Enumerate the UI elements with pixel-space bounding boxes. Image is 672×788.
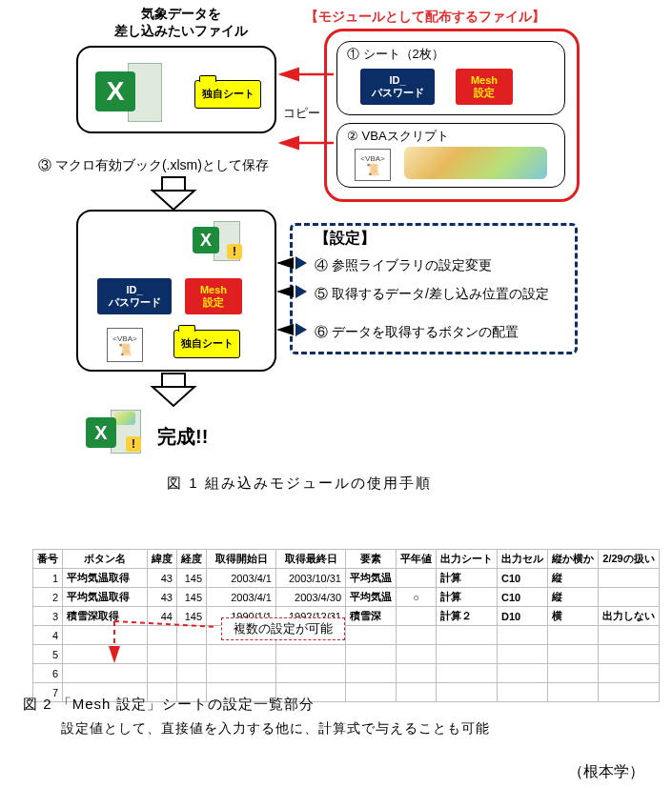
cell (548, 645, 599, 664)
step-5: ⑤ 取得するデータ/差し込み位置の設定 (315, 286, 549, 303)
sheets-group-label: ① シート（2枚） (347, 46, 444, 63)
cell (346, 664, 397, 683)
cell (548, 664, 599, 683)
cell (599, 588, 660, 607)
step-6: ⑥ データを取得するボタンの配置 (315, 324, 519, 341)
cell (397, 683, 437, 702)
cell (276, 645, 346, 664)
th-normal: 平年値 (397, 550, 437, 569)
cell: 積雪深取得 (63, 607, 148, 626)
cell: 平均気温 (346, 588, 397, 607)
th-no: 番号 (33, 550, 63, 569)
cell: 6 (33, 664, 63, 683)
cell (498, 664, 548, 683)
cell: ○ (397, 588, 437, 607)
th-sheet: 出力シート (437, 550, 498, 569)
cell (548, 626, 599, 645)
th-lat: 緯度 (148, 550, 177, 569)
cell (63, 645, 148, 664)
cell (599, 683, 660, 702)
merged-file-box: X ! ID_ パスワード Mesh 設定 <VBA> 📜 独自シート (76, 210, 276, 372)
cell: 2003/10/31 (276, 569, 346, 588)
table-row: 6 (33, 664, 660, 683)
cell: 43 (148, 569, 177, 588)
multi-settings-note: 複数の設定が可能 (221, 617, 345, 640)
cell: 2003/4/1 (207, 569, 276, 588)
title-line-1: 気象データを (95, 6, 267, 23)
cell (599, 569, 660, 588)
cell (207, 645, 276, 664)
cell: 4 (33, 626, 63, 645)
svg-rect-4 (162, 374, 185, 387)
title-target-file: 気象データを 差し込みたいファイル (95, 6, 267, 40)
mesh-chip-2: Mesh 設定 (185, 278, 242, 314)
target-file-box: X 独自シート (76, 46, 276, 133)
cell (498, 683, 548, 702)
own-sheet-chip: 独自シート (194, 80, 261, 109)
settings-table-wrap: 番号 ボタン名 緯度 経度 取得開始日 取得最終日 要素 平年値 出力シート 出… (32, 549, 660, 702)
play-icon-4 (295, 256, 307, 270)
cell (397, 664, 437, 683)
svg-rect-2 (162, 177, 185, 191)
cell: 44 (148, 607, 177, 626)
fig2-caption-2: 設定値として、直接値を入力する他に、計算式で与えることも可能 (61, 720, 490, 737)
svg-marker-3 (153, 191, 194, 210)
cell: 2003/4/30 (276, 588, 346, 607)
th-elem: 要素 (346, 550, 397, 569)
th-lon: 経度 (177, 550, 207, 569)
cell (397, 626, 437, 645)
cell: D10 (498, 607, 548, 626)
cell (346, 626, 397, 645)
settings-title: 【設定】 (315, 229, 376, 249)
table-header-row: 番号 ボタン名 緯度 経度 取得開始日 取得最終日 要素 平年値 出力シート 出… (33, 550, 660, 569)
cell: C10 (498, 588, 548, 607)
fig1-caption: 図 1 組み込みモジュールの使用手順 (167, 475, 432, 493)
author: （根本学） (568, 762, 644, 782)
th-end: 取得最終日 (276, 550, 346, 569)
cell (177, 664, 207, 683)
title-line-2: 差し込みたいファイル (95, 23, 267, 40)
cell (346, 683, 397, 702)
cell: 平均気温取得 (63, 569, 148, 588)
table-row: 3積雪深取得441451990/1/11992/12/31積雪深計算２D10横出… (33, 607, 660, 626)
cell (397, 607, 437, 626)
module-title: 【モジュールとして配布するファイル】 (305, 9, 545, 26)
cell: 1 (33, 569, 63, 588)
id-password-chip-2: ID_ パスワード (97, 278, 172, 314)
cell (177, 626, 207, 645)
done-label: 完成!! (157, 424, 208, 450)
cell (599, 664, 660, 683)
excel-icon: X (95, 63, 135, 103)
step-4: ④ 参照ライブラリの設定変更 (315, 257, 492, 274)
mesh-chip: Mesh 設定 (456, 69, 513, 105)
cell (437, 645, 498, 664)
cell: 3 (33, 607, 63, 626)
settings-table: 番号 ボタン名 緯度 経度 取得開始日 取得最終日 要素 平年値 出力シート 出… (32, 549, 660, 702)
cell (498, 645, 548, 664)
cell (437, 626, 498, 645)
own-sheet-chip-2: 独自シート (173, 330, 240, 358)
id-password-chip: ID_ パスワード (360, 69, 435, 105)
th-cell: 出力セル (498, 550, 548, 569)
play-icon-6 (295, 323, 307, 336)
japan-map-icon (404, 147, 547, 179)
vba-group: ② VBAスクリプト <VBA> 📜 (336, 123, 565, 188)
module-box: ① シート（2枚） ID_ パスワード Mesh 設定 ② VBAスクリプト <… (324, 29, 580, 202)
table-row: 4 (33, 626, 660, 645)
cell: 145 (177, 588, 207, 607)
cell: 出力しない (599, 607, 660, 626)
cell: C10 (498, 569, 548, 588)
cell: 計算２ (437, 607, 498, 626)
cell: 2 (33, 588, 63, 607)
vba-group-label: ② VBAスクリプト (347, 128, 449, 145)
svg-marker-5 (153, 387, 194, 406)
table-row: 5 (33, 645, 660, 664)
table-row: 1平均気温取得431452003/4/12003/10/31平均気温計算C10縦 (33, 569, 660, 588)
cell: 145 (177, 569, 207, 588)
cell (148, 645, 177, 664)
th-orient: 縦か横か (548, 550, 599, 569)
table-row: 2平均気温取得431452003/4/12003/4/30平均気温○計算C10縦 (33, 588, 660, 607)
cell (397, 569, 437, 588)
excel-done-icon: X ! (86, 410, 116, 440)
th-feb29: 2/29の扱い (599, 550, 660, 569)
